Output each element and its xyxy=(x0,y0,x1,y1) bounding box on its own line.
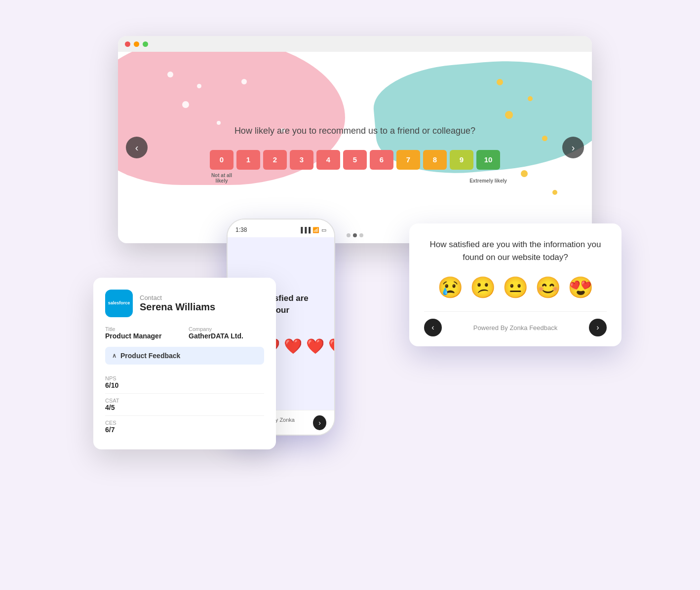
emoji-card-footer: ‹ Powered By Zonka Feedback › xyxy=(424,311,607,336)
browser-dot-yellow xyxy=(134,41,139,47)
nps-btn-7[interactable]: 7 xyxy=(396,150,420,170)
emoji-satisfied[interactable]: 😊 xyxy=(535,275,561,299)
salesforce-logo-text: salesforce xyxy=(106,298,132,308)
sf-chevron-icon: ∧ xyxy=(112,352,117,359)
emoji-rating-row: 😢 😕 😐 😊 😍 xyxy=(424,275,607,299)
heart-5[interactable]: ❤️ xyxy=(328,337,335,355)
nps-scale: 0 Not at alllikely 1 2 3 4 5 6 7 8 9 10 … xyxy=(210,150,500,170)
sf-title-value: Product Manager xyxy=(105,332,181,340)
sf-metric-ces: CES 6/7 xyxy=(105,416,264,438)
sf-contact-info: Contact Serena Williams xyxy=(140,294,215,313)
nps-btn-1[interactable]: 1 xyxy=(236,150,260,170)
nps-btn-5[interactable]: 5 xyxy=(343,150,367,170)
nps-survey: How likely are you to recommend us to a … xyxy=(118,52,592,243)
sf-metric-csat: CSAT 4/5 xyxy=(105,394,264,416)
sf-nps-label: NPS xyxy=(105,375,264,381)
emoji-powered-by: Powered By Zonka Feedback xyxy=(473,324,558,332)
nps-btn-3[interactable]: 3 xyxy=(290,150,313,170)
sf-section-product-feedback[interactable]: ∧ Product Feedback xyxy=(105,347,264,365)
sf-fields-grid: Title Product Manager Company GatherDATA… xyxy=(105,326,264,340)
nps-btn-0[interactable]: 0 Not at alllikely xyxy=(210,150,233,170)
sf-company-label: Company xyxy=(189,326,264,332)
browser-titlebar xyxy=(118,36,592,52)
emoji-card-nav-right[interactable]: › xyxy=(589,319,607,336)
browser-dot-green xyxy=(143,41,148,47)
salesforce-logo: salesforce xyxy=(105,290,133,317)
nps-question: How likely are you to recommend us to a … xyxy=(234,126,475,136)
sf-title-field: Title Product Manager xyxy=(105,326,181,340)
nps-btn-10[interactable]: 10 Extremely likely xyxy=(476,150,500,170)
heart-3[interactable]: ❤️ xyxy=(284,337,302,355)
sf-metrics-list: NPS 6/10 CSAT 4/5 CES 6/7 xyxy=(105,371,264,438)
nps-btn-6[interactable]: 6 xyxy=(370,150,393,170)
sf-metric-nps: NPS 6/10 xyxy=(105,371,264,394)
sf-ces-value: 6/7 xyxy=(105,426,264,434)
emoji-card-nav-left[interactable]: ‹ xyxy=(424,319,442,336)
nps-btn-4[interactable]: 4 xyxy=(316,150,340,170)
sf-company-value: GatherDATA Ltd. xyxy=(189,332,264,340)
nps-btn-2[interactable]: 2 xyxy=(263,150,287,170)
sf-csat-label: CSAT xyxy=(105,398,264,404)
nps-btn-9[interactable]: 9 xyxy=(450,150,473,170)
sf-title-label: Title xyxy=(105,326,181,332)
sf-company-field: Company GatherDATA Ltd. xyxy=(189,326,264,340)
nps-btn-8[interactable]: 8 xyxy=(423,150,447,170)
emoji-very-satisfied[interactable]: 😍 xyxy=(568,275,593,299)
scene: ‹ How likely are you to recommend us to … xyxy=(78,36,622,554)
emoji-very-dissatisfied[interactable]: 😢 xyxy=(437,275,463,299)
salesforce-card: salesforce Contact Serena Williams Title… xyxy=(93,278,276,449)
browser-body: ‹ How likely are you to recommend us to … xyxy=(118,52,592,243)
phone-nav-right[interactable]: › xyxy=(313,415,326,430)
heart-4[interactable]: ❤️ xyxy=(306,337,324,355)
browser-window: ‹ How likely are you to recommend us to … xyxy=(118,36,592,243)
sf-section-label: Product Feedback xyxy=(120,352,180,360)
sf-header: salesforce Contact Serena Williams xyxy=(105,290,264,317)
nps-label-not-likely: Not at alllikely xyxy=(211,173,232,184)
nps-nav-right[interactable]: › xyxy=(562,137,584,158)
sf-csat-value: 4/5 xyxy=(105,404,264,411)
sf-nps-value: 6/10 xyxy=(105,381,264,389)
sf-contact-label: Contact xyxy=(140,294,215,301)
nps-nav-left[interactable]: ‹ xyxy=(126,137,148,158)
nps-label-extremely: Extremely likely xyxy=(469,178,507,184)
emoji-neutral[interactable]: 😐 xyxy=(503,275,528,299)
emoji-dissatisfied[interactable]: 😕 xyxy=(470,275,496,299)
sf-ces-label: CES xyxy=(105,420,264,426)
browser-dot-red xyxy=(125,41,130,47)
sf-contact-name: Serena Williams xyxy=(140,301,215,313)
